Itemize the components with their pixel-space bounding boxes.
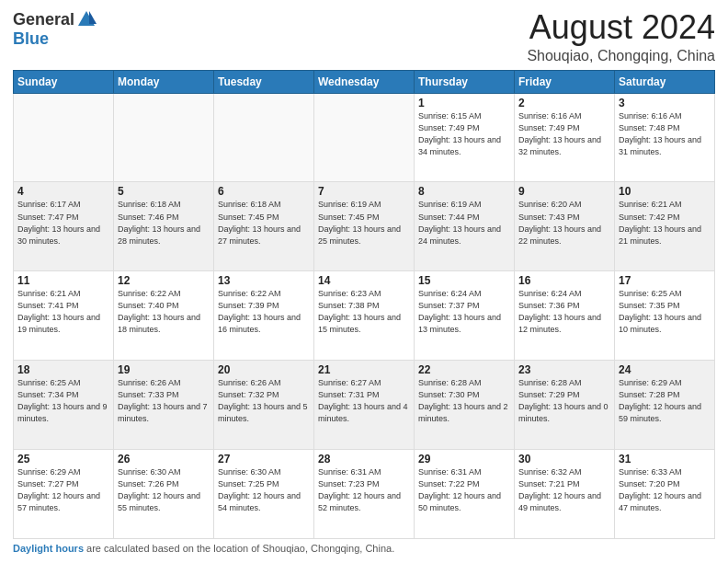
day-number: 6 [218,185,310,198]
weekday-header-monday: Monday [114,70,214,93]
calendar-week-5: 25Sunrise: 6:29 AM Sunset: 7:27 PM Dayli… [14,450,715,539]
weekday-header-friday: Friday [515,70,615,93]
calendar-week-3: 11Sunrise: 6:21 AM Sunset: 7:41 PM Dayli… [14,271,715,361]
calendar-cell: 26Sunrise: 6:30 AM Sunset: 7:26 PM Dayli… [114,450,214,539]
day-info: Sunrise: 6:21 AM Sunset: 7:42 PM Dayligh… [619,199,711,247]
day-number: 23 [518,363,610,376]
day-number: 13 [218,274,310,287]
footer-text: are calculated based on the location of … [84,543,394,554]
day-info: Sunrise: 6:17 AM Sunset: 7:47 PM Dayligh… [17,199,109,247]
day-number: 26 [118,453,210,465]
calendar-cell: 22Sunrise: 6:28 AM Sunset: 7:30 PM Dayli… [415,361,515,450]
logo: General Blue [13,9,97,49]
calendar-cell: 24Sunrise: 6:29 AM Sunset: 7:28 PM Dayli… [615,361,715,450]
day-info: Sunrise: 6:25 AM Sunset: 7:35 PM Dayligh… [619,288,711,336]
day-info: Sunrise: 6:19 AM Sunset: 7:45 PM Dayligh… [318,199,410,247]
day-number: 31 [619,453,711,465]
calendar-cell: 23Sunrise: 6:28 AM Sunset: 7:29 PM Dayli… [515,361,615,450]
day-info: Sunrise: 6:29 AM Sunset: 7:28 PM Dayligh… [619,377,711,425]
day-info: Sunrise: 6:26 AM Sunset: 7:33 PM Dayligh… [118,377,210,425]
calendar-cell: 13Sunrise: 6:22 AM Sunset: 7:39 PM Dayli… [214,271,314,361]
day-number: 25 [17,453,109,465]
day-info: Sunrise: 6:18 AM Sunset: 7:45 PM Dayligh… [218,199,310,247]
day-info: Sunrise: 6:25 AM Sunset: 7:34 PM Dayligh… [17,377,109,425]
calendar-cell: 17Sunrise: 6:25 AM Sunset: 7:35 PM Dayli… [615,271,715,361]
calendar-cell: 6Sunrise: 6:18 AM Sunset: 7:45 PM Daylig… [214,182,314,271]
calendar-cell: 3Sunrise: 6:16 AM Sunset: 7:48 PM Daylig… [615,93,715,182]
day-info: Sunrise: 6:30 AM Sunset: 7:25 PM Dayligh… [218,466,310,514]
footer-label: Daylight hours [13,543,84,554]
day-info: Sunrise: 6:28 AM Sunset: 7:30 PM Dayligh… [418,377,510,425]
day-number: 24 [619,363,711,376]
day-number: 14 [318,274,410,287]
day-number: 15 [418,274,510,287]
day-info: Sunrise: 6:22 AM Sunset: 7:39 PM Dayligh… [218,288,310,336]
calendar-table: SundayMondayTuesdayWednesdayThursdayFrid… [13,70,715,539]
footer: Daylight hours are calculated based on t… [13,543,715,554]
day-info: Sunrise: 6:32 AM Sunset: 7:21 PM Dayligh… [518,466,610,514]
day-info: Sunrise: 6:27 AM Sunset: 7:31 PM Dayligh… [318,377,410,425]
day-info: Sunrise: 6:23 AM Sunset: 7:38 PM Dayligh… [318,288,410,336]
weekday-header-thursday: Thursday [415,70,515,93]
calendar-week-1: 1Sunrise: 6:15 AM Sunset: 7:49 PM Daylig… [14,93,715,182]
title-block: August 2024 Shouqiao, Chongqing, China [527,9,715,64]
day-number: 19 [118,363,210,376]
calendar-cell: 28Sunrise: 6:31 AM Sunset: 7:23 PM Dayli… [314,450,415,539]
logo-blue-text: Blue [13,29,49,49]
header: General Blue August 2024 Shouqiao, Chong… [13,9,715,64]
day-number: 11 [17,274,109,287]
day-number: 29 [418,453,510,465]
calendar-cell: 12Sunrise: 6:22 AM Sunset: 7:40 PM Dayli… [114,271,214,361]
month-title: August 2024 [527,9,715,46]
weekday-header-tuesday: Tuesday [214,70,314,93]
calendar-cell [214,93,314,182]
day-number: 20 [218,363,310,376]
weekday-header-row: SundayMondayTuesdayWednesdayThursdayFrid… [14,70,715,93]
calendar-cell: 2Sunrise: 6:16 AM Sunset: 7:49 PM Daylig… [515,93,615,182]
calendar-cell: 18Sunrise: 6:25 AM Sunset: 7:34 PM Dayli… [14,361,114,450]
calendar-cell [14,93,114,182]
day-number: 2 [518,97,610,109]
day-info: Sunrise: 6:30 AM Sunset: 7:26 PM Dayligh… [118,466,210,514]
day-number: 17 [619,274,711,287]
day-info: Sunrise: 6:31 AM Sunset: 7:22 PM Dayligh… [418,466,510,514]
calendar-cell: 29Sunrise: 6:31 AM Sunset: 7:22 PM Dayli… [415,450,515,539]
day-number: 8 [418,185,510,198]
svg-marker-1 [89,11,97,24]
calendar-cell: 4Sunrise: 6:17 AM Sunset: 7:47 PM Daylig… [14,182,114,271]
day-info: Sunrise: 6:28 AM Sunset: 7:29 PM Dayligh… [518,377,610,425]
day-info: Sunrise: 6:24 AM Sunset: 7:37 PM Dayligh… [418,288,510,336]
day-info: Sunrise: 6:22 AM Sunset: 7:40 PM Dayligh… [118,288,210,336]
calendar-cell: 31Sunrise: 6:33 AM Sunset: 7:20 PM Dayli… [615,450,715,539]
day-info: Sunrise: 6:31 AM Sunset: 7:23 PM Dayligh… [318,466,410,514]
day-number: 27 [218,453,310,465]
day-number: 7 [318,185,410,198]
day-info: Sunrise: 6:19 AM Sunset: 7:44 PM Dayligh… [418,199,510,247]
day-info: Sunrise: 6:29 AM Sunset: 7:27 PM Dayligh… [17,466,109,514]
day-info: Sunrise: 6:26 AM Sunset: 7:32 PM Dayligh… [218,377,310,425]
location-title: Shouqiao, Chongqing, China [527,48,715,64]
day-number: 28 [318,453,410,465]
calendar-cell: 15Sunrise: 6:24 AM Sunset: 7:37 PM Dayli… [415,271,515,361]
calendar-cell: 5Sunrise: 6:18 AM Sunset: 7:46 PM Daylig… [114,182,214,271]
day-number: 30 [518,453,610,465]
day-number: 3 [619,97,711,109]
day-number: 10 [619,185,711,198]
calendar-cell: 21Sunrise: 6:27 AM Sunset: 7:31 PM Dayli… [314,361,415,450]
calendar-cell: 11Sunrise: 6:21 AM Sunset: 7:41 PM Dayli… [14,271,114,361]
day-number: 16 [518,274,610,287]
day-number: 5 [118,185,210,198]
day-number: 12 [118,274,210,287]
day-number: 18 [17,363,109,376]
day-info: Sunrise: 6:15 AM Sunset: 7:49 PM Dayligh… [418,110,510,158]
calendar-cell: 16Sunrise: 6:24 AM Sunset: 7:36 PM Dayli… [515,271,615,361]
day-number: 9 [518,185,610,198]
calendar-week-2: 4Sunrise: 6:17 AM Sunset: 7:47 PM Daylig… [14,182,715,271]
calendar-cell: 1Sunrise: 6:15 AM Sunset: 7:49 PM Daylig… [415,93,515,182]
day-info: Sunrise: 6:24 AM Sunset: 7:36 PM Dayligh… [518,288,610,336]
logo-icon [76,9,97,29]
calendar-cell: 25Sunrise: 6:29 AM Sunset: 7:27 PM Dayli… [14,450,114,539]
calendar-cell: 7Sunrise: 6:19 AM Sunset: 7:45 PM Daylig… [314,182,415,271]
day-info: Sunrise: 6:16 AM Sunset: 7:48 PM Dayligh… [619,110,711,158]
day-info: Sunrise: 6:16 AM Sunset: 7:49 PM Dayligh… [518,110,610,158]
